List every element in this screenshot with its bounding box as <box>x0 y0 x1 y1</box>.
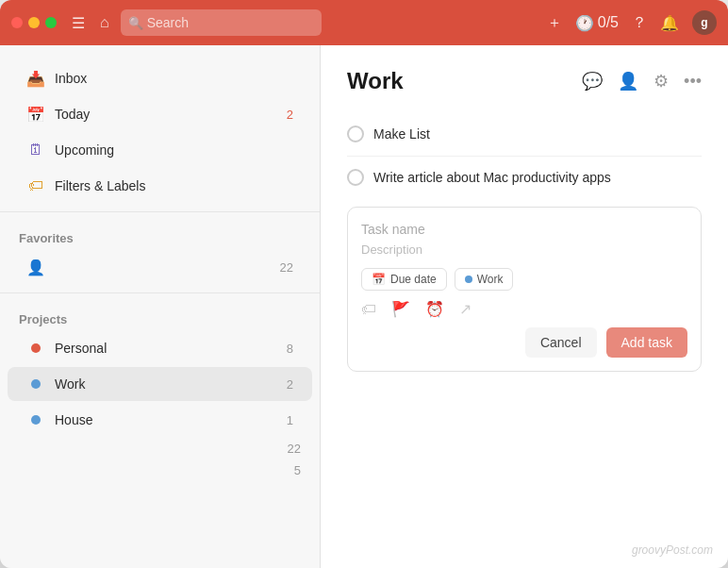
work-dot <box>26 375 45 393</box>
upcoming-icon: 🗓 <box>26 141 45 159</box>
comment-icon[interactable]: 💬 <box>582 71 603 92</box>
sidebar-item-label: Today <box>55 107 90 122</box>
help-icon[interactable]: ？ <box>632 13 647 33</box>
form-icons-row: 🏷 🚩 ⏰ ↗ <box>361 300 687 318</box>
search-input[interactable] <box>121 9 322 36</box>
footer-number-1: 22 <box>0 438 320 459</box>
task-text: Write article about Mac productivity app… <box>373 168 611 188</box>
favorites-header: Favorites <box>0 220 320 249</box>
traffic-lights <box>11 17 57 28</box>
label-icon[interactable]: 🏷 <box>361 301 376 318</box>
task-checkbox-2[interactable] <box>347 169 364 186</box>
sidebar: 📥 Inbox 📅 Today 2 🗓 Upcoming 🏷 Filters &… <box>0 45 321 568</box>
filters-icon: 🏷 <box>26 176 45 195</box>
sidebar-item-label: Filters & Labels <box>55 178 145 193</box>
sidebar-item-label: Inbox <box>55 71 87 86</box>
title-bar: ☰ ⌂ 🔍 ＋ 🕐 0/5 ？ 🔔 g <box>0 0 728 45</box>
form-buttons: Cancel Add task <box>361 327 687 358</box>
sidebar-item-label: Work <box>55 376 85 392</box>
today-icon: 📅 <box>26 105 45 124</box>
minimize-button[interactable] <box>28 17 40 28</box>
flag-icon[interactable]: 🚩 <box>391 300 410 318</box>
title-bar-right: ＋ 🕐 0/5 ？ 🔔 g <box>547 10 717 35</box>
progress-text: 0/5 <box>598 14 619 31</box>
add-icon[interactable]: ＋ <box>547 13 562 33</box>
sidebar-item-label: Upcoming <box>55 142 114 158</box>
divider-2 <box>0 292 320 293</box>
close-button[interactable] <box>11 17 23 28</box>
sidebar-item-label: Personal <box>55 341 107 356</box>
content-area: Work 💬 👤 ⚙ ••• Make List Write article a… <box>321 45 728 568</box>
calendar-icon: 📅 <box>372 273 386 286</box>
search-wrapper: 🔍 <box>121 9 322 36</box>
add-task-form: 📅 Due date Work 🏷 🚩 ⏰ ↗ Cancel <box>347 207 702 372</box>
footer-number-2: 5 <box>0 459 320 481</box>
add-person-icon[interactable]: 👤 <box>618 71 638 92</box>
today-badge: 2 <box>287 108 293 122</box>
sidebar-item-upcoming[interactable]: 🗓 Upcoming <box>8 133 312 167</box>
progress-badge: 🕐 0/5 <box>575 14 619 32</box>
home-icon[interactable]: ⌂ <box>100 14 109 31</box>
task-checkbox-1[interactable] <box>347 125 364 142</box>
content-actions: 💬 👤 ⚙ ••• <box>582 71 702 92</box>
task-name-input[interactable] <box>361 222 687 237</box>
sidebar-item-personal[interactable]: Personal 8 <box>8 331 312 365</box>
app-window: ☰ ⌂ 🔍 ＋ 🕐 0/5 ？ 🔔 g 📥 Inbox 📅 <box>0 0 728 568</box>
move-icon[interactable]: ↗ <box>459 300 472 318</box>
due-date-label: Due date <box>390 273 437 286</box>
sidebar-item-filters[interactable]: 🏷 Filters & Labels <box>8 169 312 203</box>
divider-1 <box>0 211 320 212</box>
avatar[interactable]: g <box>692 10 717 35</box>
house-badge: 1 <box>287 413 293 427</box>
task-item[interactable]: Make List <box>347 113 702 157</box>
sidebar-item-today[interactable]: 📅 Today 2 <box>8 97 312 131</box>
task-item[interactable]: Write article about Mac productivity app… <box>347 157 702 199</box>
cancel-button[interactable]: Cancel <box>525 327 597 358</box>
settings-sliders-icon[interactable]: ⚙ <box>654 71 669 92</box>
personal-dot <box>26 339 45 358</box>
content-header: Work 💬 👤 ⚙ ••• <box>347 68 702 94</box>
sidebar-item-house[interactable]: House 1 <box>8 403 312 437</box>
inbox-icon: 📥 <box>26 69 45 88</box>
menu-icon[interactable]: ☰ <box>72 14 85 32</box>
task-form-tags-row: 📅 Due date Work <box>361 268 687 291</box>
sidebar-item-inbox[interactable]: 📥 Inbox <box>8 61 312 95</box>
person-icon: 👤 <box>26 258 45 276</box>
due-date-tag[interactable]: 📅 Due date <box>361 268 447 291</box>
add-task-button[interactable]: Add task <box>606 327 687 358</box>
watermark: groovyPost.com <box>632 543 713 557</box>
task-list: Make List Write article about Mac produc… <box>347 113 702 199</box>
content-title: Work <box>347 68 571 94</box>
task-text: Make List <box>373 125 430 144</box>
main-layout: 📥 Inbox 📅 Today 2 🗓 Upcoming 🏷 Filters &… <box>0 45 728 568</box>
work-dot <box>465 276 472 283</box>
task-description-input[interactable] <box>361 242 687 257</box>
clock-icon: 🕐 <box>575 14 594 32</box>
projects-header: Projects <box>0 301 320 330</box>
work-tag-label: Work <box>477 273 504 286</box>
reminder-icon[interactable]: ⏰ <box>425 300 444 318</box>
favorites-badge: 22 <box>280 260 293 275</box>
sidebar-item-work[interactable]: Work 2 <box>8 367 312 401</box>
work-tag[interactable]: Work <box>455 268 514 291</box>
maximize-button[interactable] <box>45 17 57 28</box>
house-dot <box>26 410 45 429</box>
work-badge: 2 <box>287 377 293 392</box>
more-options-icon[interactable]: ••• <box>684 72 702 92</box>
personal-badge: 8 <box>287 342 293 356</box>
bell-icon[interactable]: 🔔 <box>660 14 679 32</box>
sidebar-item-label: House <box>55 412 92 427</box>
sidebar-item-favorites-person[interactable]: 👤 22 <box>8 250 312 284</box>
